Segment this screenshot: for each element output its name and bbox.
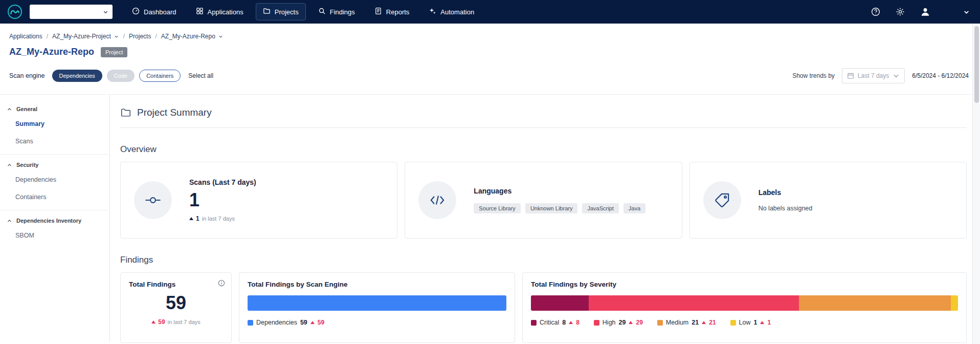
sparkles-icon	[429, 7, 436, 16]
breadcrumb-application-name[interactable]: AZ_My-Azure-Project	[52, 33, 111, 40]
project-type-badge: Project	[101, 47, 127, 57]
overview-cards: Scans (Last 7 days) 1 1 in last 7 days L…	[120, 162, 967, 239]
code-icon	[418, 181, 456, 219]
trends-range-select[interactable]: Last 7 days	[842, 68, 905, 83]
legend-swatch	[730, 320, 736, 326]
nav-item-automation[interactable]: Automation	[421, 3, 481, 20]
legend-trend-value: 1	[767, 319, 771, 326]
nav-label: Automation	[440, 8, 474, 16]
sidebar-header-general[interactable]: General	[0, 101, 109, 115]
severity-bar-segment-low[interactable]	[951, 295, 958, 311]
nav-item-reports[interactable]: Reports	[367, 3, 417, 20]
nav-item-dashboard[interactable]: Dashboard	[125, 3, 184, 20]
chevron-up-icon	[7, 107, 12, 112]
legend-trend-value: 29	[636, 319, 642, 326]
nav-label: Projects	[275, 8, 299, 16]
chevron-down-icon[interactable]	[963, 9, 970, 15]
chevron-down-icon[interactable]	[218, 34, 224, 39]
info-icon[interactable]	[218, 280, 225, 287]
labels-card-title: Labels	[759, 188, 813, 197]
trend-up-icon	[629, 321, 633, 324]
main-nav: Dashboard Applications Projects Findings…	[125, 3, 481, 20]
severity-bar-segment-critical[interactable]	[531, 295, 589, 311]
trend-up-icon	[151, 320, 155, 324]
vertical-scrollbar[interactable]	[972, 24, 980, 344]
sidebar-section-general: General Summary Scans	[0, 99, 109, 154]
legend-swatch	[531, 320, 537, 326]
folder-icon	[263, 7, 271, 16]
nav-label: Dashboard	[144, 8, 176, 16]
gauge-icon	[132, 7, 140, 16]
sidebar-item-scans[interactable]: Scans	[0, 133, 109, 150]
mend-logo-icon[interactable]	[7, 4, 23, 19]
legend-trend-value: 59	[318, 319, 324, 326]
scans-card-title: Scans (Last 7 days)	[189, 178, 256, 186]
trend-up-icon	[189, 217, 193, 220]
nav-item-findings[interactable]: Findings	[311, 3, 362, 20]
sidebar-item-dependencies[interactable]: Dependencies	[0, 171, 109, 188]
help-icon[interactable]	[871, 7, 880, 16]
breadcrumb-separator: /	[123, 33, 125, 40]
top-navbar: Dashboard Applications Projects Findings…	[0, 0, 980, 24]
folder-icon	[120, 107, 131, 118]
languages-card-title: Languages	[474, 187, 645, 195]
sidebar-header-security[interactable]: Security	[0, 157, 109, 171]
legend-item-low: Low 1 1	[730, 319, 771, 326]
sidebar-item-sbom[interactable]: SBOM	[0, 227, 109, 244]
scans-count: 1	[189, 189, 256, 211]
nav-item-projects[interactable]: Projects	[256, 3, 306, 20]
nav-item-applications[interactable]: Applications	[189, 3, 251, 20]
findings-cards: Total Findings 59 59 in last 7 days Tota…	[120, 272, 967, 343]
breadcrumb-projects[interactable]: Projects	[129, 33, 151, 40]
engine-bar-chart	[248, 295, 506, 311]
pill-containers[interactable]: Containers	[139, 70, 181, 82]
project-summary-title: Project Summary	[137, 107, 212, 118]
legend-item-medium: Medium 21 21	[657, 319, 716, 326]
trend-up-icon	[760, 321, 764, 324]
trend-up-icon	[310, 321, 315, 324]
org-selector[interactable]	[30, 5, 113, 19]
scrollbar-thumb[interactable]	[974, 26, 979, 103]
content: General Summary Scans Security Dependenc…	[0, 94, 980, 342]
scan-engine-bar: Scan engine Dependencies Code Containers…	[9, 69, 969, 83]
total-findings-trend-suffix: in last 7 days	[168, 319, 201, 325]
pill-code: Code	[107, 70, 135, 82]
severity-bar-chart	[531, 295, 958, 311]
legend-value: 29	[619, 319, 626, 326]
pill-dependencies[interactable]: Dependencies	[52, 70, 102, 82]
sidebar-item-summary[interactable]: Summary	[0, 115, 109, 133]
severity-bar-segment-high[interactable]	[589, 295, 798, 311]
scan-engine-label: Scan engine	[9, 72, 45, 79]
chevron-down-icon[interactable]	[114, 34, 119, 39]
select-all-link[interactable]: Select all	[188, 72, 213, 79]
document-icon	[374, 7, 382, 16]
legend-value: 1	[754, 319, 758, 326]
legend-trend-value: 21	[709, 319, 716, 326]
legend-label: Medium	[666, 319, 688, 326]
sidebar-section-title: Dependencies Inventory	[16, 218, 81, 224]
title-row: AZ_My-Azure-Repo Project	[9, 47, 980, 57]
legend-label: High	[603, 319, 616, 326]
user-icon[interactable]	[920, 7, 930, 17]
sidebar-header-dependencies-inventory[interactable]: Dependencies Inventory	[0, 212, 109, 227]
severity-bar-segment-medium[interactable]	[799, 295, 951, 311]
nav-label: Findings	[330, 8, 355, 16]
labels-empty-text: No labels assigned	[759, 205, 813, 212]
language-tag: Java	[623, 203, 645, 213]
trends-controls: Show trends by Last 7 days 6/5/2024 - 6/…	[792, 68, 969, 83]
gear-icon[interactable]	[896, 7, 905, 16]
engine-bar-segment-dependencies[interactable]	[248, 295, 506, 311]
breadcrumb-project-name[interactable]: AZ_My-Azure-Repo	[161, 33, 215, 40]
legend-value: 8	[562, 319, 566, 326]
language-tag: JavaScript	[582, 203, 618, 213]
search-icon	[318, 7, 326, 16]
sidebar-section-title: General	[16, 106, 37, 112]
nav-label: Applications	[208, 8, 243, 16]
commit-icon	[134, 181, 172, 219]
legend-trend-value: 8	[576, 319, 580, 326]
sidebar-item-containers[interactable]: Containers	[0, 188, 109, 206]
calendar-icon	[847, 72, 854, 79]
breadcrumb-applications[interactable]: Applications	[9, 33, 42, 40]
findings-by-engine-card: Total Findings by Scan Engine Dependenci…	[239, 272, 515, 343]
total-findings-trend-value: 59	[158, 318, 165, 326]
